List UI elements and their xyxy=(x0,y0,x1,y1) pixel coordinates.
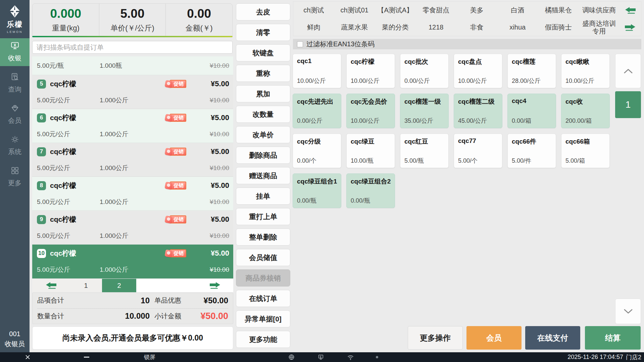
product-name: cqc红豆 xyxy=(404,137,446,146)
category-tab[interactable]: 【A测试A】 xyxy=(375,6,416,14)
category-tab[interactable]: 美多 xyxy=(456,6,497,14)
action-button-12[interactable]: 会员储值 xyxy=(236,249,290,266)
product-card[interactable]: cqc110.00/公斤 xyxy=(293,54,341,88)
category-tab[interactable]: 白酒 xyxy=(497,6,538,14)
product-card[interactable]: cqc分级0.00/个 xyxy=(293,134,341,168)
checkout-button-dark[interactable]: 在线支付 xyxy=(525,326,580,350)
category-tab[interactable]: xihua xyxy=(497,23,538,31)
category-tab[interactable]: 菜的分类 xyxy=(375,23,416,31)
promo-badge: 促销 xyxy=(165,249,186,257)
member-notice[interactable]: 尚未录入会员,开通会员最多可优惠￥0.00 xyxy=(32,326,233,350)
client-display-button[interactable] xyxy=(314,352,328,362)
action-button-0[interactable]: 去皮 xyxy=(236,3,290,20)
category-tab[interactable]: 蔬菜水果 xyxy=(334,23,375,31)
category-tab[interactable]: 橘猫果仓 xyxy=(538,6,579,14)
categories-prev-arrow[interactable] xyxy=(620,7,641,14)
lock-screen-button[interactable]: 锁屏 xyxy=(136,352,163,362)
action-button-11[interactable]: 整单删除 xyxy=(236,228,290,246)
cart-prev-page-arrow[interactable] xyxy=(32,279,70,292)
action-button-8[interactable]: 赠送商品 xyxy=(236,167,290,184)
product-card[interactable]: cqc瞅瞅10.00/公斤 xyxy=(561,54,610,88)
weight-value: 0.000 xyxy=(50,7,82,21)
product-card[interactable]: cqc绿豆10.00/瓶 xyxy=(346,134,395,168)
action-button-15[interactable]: 异常单据[0] xyxy=(236,310,290,327)
sidebar-item-system[interactable]: 系统 xyxy=(0,132,30,160)
ean13-filter-checkbox[interactable] xyxy=(297,41,303,47)
category-tab[interactable]: 非食 xyxy=(456,23,497,31)
cart-item-row[interactable]: 9cqc柠檬促销¥5.005.00元/公斤1.000公斤¥10.00 xyxy=(32,211,233,245)
product-card[interactable]: cqc绿豆组合20.00/瓶 xyxy=(346,173,395,208)
checkout-button-plain[interactable]: 更多操作 xyxy=(408,326,463,350)
cart-item-row[interactable]: 6cqc柠檬促销¥5.005.00元/公斤1.000公斤¥10.00 xyxy=(32,109,233,143)
action-button-16[interactable]: 更多功能 xyxy=(236,331,290,348)
product-card[interactable]: cqc先进先出0.00/公斤 xyxy=(293,94,341,128)
category-tab[interactable]: 零食甜点 xyxy=(416,6,457,14)
cart-page-numbers: 12 xyxy=(70,279,136,292)
sidebar-item-query[interactable]: 查询 xyxy=(0,69,30,97)
action-button-1[interactable]: 清零 xyxy=(236,24,290,41)
product-card[interactable]: cqc66箱5.00/箱 xyxy=(561,134,610,168)
products-page-up-button[interactable] xyxy=(615,54,641,88)
network-globe-button[interactable] xyxy=(285,352,298,362)
unitprice-label: 单价(￥/公斤) xyxy=(110,23,154,33)
action-button-2[interactable]: 软键盘 xyxy=(236,44,290,61)
product-card[interactable]: cqc榴莲28.00/公斤 xyxy=(507,54,556,88)
product-card[interactable]: cqc绿豆组合10.00/瓶 xyxy=(293,173,341,208)
barcode-scan-input[interactable] xyxy=(32,41,233,54)
action-button-14[interactable]: 在线订单 xyxy=(236,290,290,307)
amount-label: 金额(￥) xyxy=(186,23,213,33)
item-price: ¥5.00 xyxy=(194,147,229,156)
checkout-button-orange[interactable]: 会员 xyxy=(466,326,522,350)
cart-page-1[interactable]: 1 xyxy=(70,279,102,292)
product-card[interactable]: cqc榴莲二级45.00/公斤 xyxy=(454,94,502,128)
category-tab[interactable]: 盛商达培训专用 xyxy=(579,20,620,35)
category-tab[interactable]: 假面骑士 xyxy=(538,23,579,31)
product-card[interactable]: cqc红豆5.00/瓶 xyxy=(400,134,449,168)
action-button-6[interactable]: 改单价 xyxy=(236,126,290,143)
cart-item-row[interactable]: 5cqc柠檬促销¥5.005.00元/公斤1.000公斤¥10.00 xyxy=(32,75,233,109)
product-card[interactable]: cqc无会员价10.00/公斤 xyxy=(346,94,395,128)
action-button-9[interactable]: 挂单 xyxy=(236,188,290,205)
cart-item-row-selected[interactable]: 10cqc柠檬促销¥5.005.00元/公斤1.000公斤¥10.00 xyxy=(32,245,233,278)
product-card[interactable]: cqc批次0.00/公斤 xyxy=(400,54,449,88)
categories-next-arrow[interactable] xyxy=(620,24,641,31)
action-button-13[interactable]: 商品券核销 xyxy=(236,269,290,287)
ean13-filter-bar: 过滤标准EAN13位条码 xyxy=(293,39,641,49)
cart-item-row[interactable]: 7cqc柠檬促销¥5.005.00元/公斤1.000公斤¥10.00 xyxy=(32,143,233,177)
action-button-3[interactable]: 重称 xyxy=(236,65,290,82)
cart-page-2[interactable]: 2 xyxy=(102,279,136,292)
category-tab[interactable]: 鲜肉 xyxy=(293,23,334,31)
cart-item-row[interactable]: 8cqc柠檬促销¥5.005.00元/公斤1.000公斤¥10.00 xyxy=(32,177,233,211)
product-card[interactable]: cqc榴莲一级35.00/公斤 xyxy=(400,94,449,128)
action-button-10[interactable]: 重打上单 xyxy=(236,208,290,225)
item-index-badge: 8 xyxy=(37,181,46,190)
close-button[interactable] xyxy=(21,352,34,362)
action-button-7[interactable]: 删除商品 xyxy=(236,147,290,164)
close-icon xyxy=(25,355,30,360)
category-tab[interactable]: 1218 xyxy=(416,23,457,31)
checkout-button-green[interactable]: 结算 xyxy=(585,326,641,350)
sidebar-item-cashier[interactable]: ¥收银 xyxy=(0,38,30,66)
wifi-button[interactable] xyxy=(344,352,357,362)
logo-subtitle: LEMON xyxy=(0,30,30,34)
action-button-4[interactable]: 累加 xyxy=(236,85,290,102)
sidebar-item-more[interactable]: 更多 xyxy=(0,163,30,191)
category-tab[interactable]: ch测试01 xyxy=(334,6,375,14)
product-card[interactable]: cqc收200.00/箱 xyxy=(561,94,610,128)
product-name: cqc柠檬 xyxy=(351,57,393,66)
sidebar-item-member[interactable]: 会员 xyxy=(0,101,30,128)
product-name: cqc66件 xyxy=(512,137,554,146)
product-card[interactable]: cqc盘点10.00/公斤 xyxy=(454,54,502,88)
product-card[interactable]: cqc775.00/个 xyxy=(454,134,502,168)
category-tab[interactable]: 调味供应商 xyxy=(579,6,620,14)
cart-row-carryover[interactable]: 5.00元/瓶 1.000瓶 ¥10.00 xyxy=(32,56,233,75)
action-button-5[interactable]: 改数量 xyxy=(236,106,290,123)
cart-next-page-arrow[interactable] xyxy=(136,279,233,292)
status-dot xyxy=(372,352,382,362)
product-card[interactable]: cqc66件5.00/件 xyxy=(507,134,556,168)
product-card[interactable]: cqc40.00/箱 xyxy=(507,94,556,128)
product-card[interactable]: cqc柠檬10.00/公斤 xyxy=(346,54,395,88)
products-page-down-button[interactable] xyxy=(615,299,641,324)
category-tab[interactable]: ch测试 xyxy=(293,6,334,14)
minimize-button[interactable] xyxy=(80,352,93,362)
